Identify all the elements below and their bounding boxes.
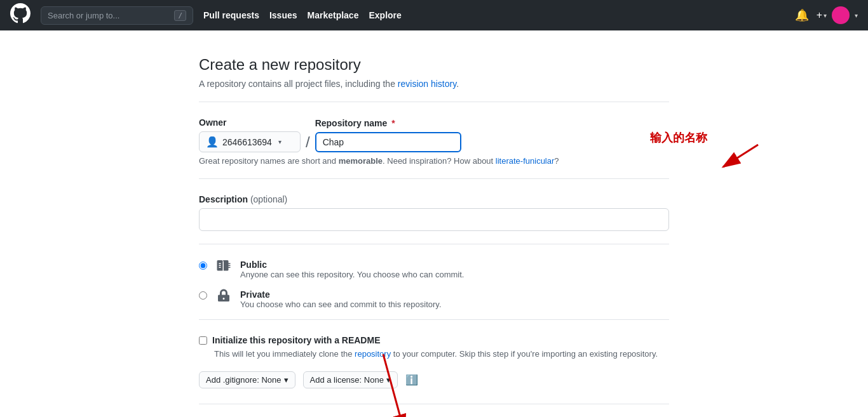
suggestion-link[interactable]: literate-funicular	[496, 156, 555, 166]
public-book-icon	[214, 258, 234, 277]
description-group: Description (optional)	[199, 194, 669, 231]
top-divider	[199, 102, 669, 102]
init-label: Initialize this repository with a README	[212, 335, 380, 345]
description-label: Description (optional)	[199, 194, 669, 204]
new-menu-button[interactable]: + ▾	[817, 10, 827, 21]
mid-divider3	[199, 319, 669, 320]
search-shortcut: /	[174, 10, 186, 21]
public-content: Public Anyone can see this repository. Y…	[240, 260, 669, 279]
dropdowns-row: Add .gitignore: None ▾ Add a license: No…	[199, 371, 669, 388]
suggestion-text: Great repository names are short and mem…	[199, 156, 669, 166]
plus-label: +	[817, 10, 822, 21]
nav-marketplace[interactable]: Marketplace	[308, 10, 359, 20]
subtitle-link[interactable]: revision history	[398, 79, 456, 89]
public-radio[interactable]	[199, 261, 207, 270]
init-section: Initialize this repository with a README…	[199, 335, 669, 359]
required-indicator: *	[389, 118, 395, 128]
visibility-section: Public Anyone can see this repository. Y…	[199, 260, 669, 309]
search-box[interactable]: Search or jump to... /	[41, 6, 193, 25]
owner-group: Owner 👤 2646613694 ▾	[199, 117, 301, 152]
private-lock-icon	[214, 288, 234, 307]
mid-divider2	[199, 244, 669, 244]
search-placeholder: Search or jump to...	[48, 11, 119, 20]
repo-name-label: Repository name *	[315, 118, 461, 128]
private-content: Private You choose who can see and commi…	[240, 289, 669, 309]
owner-repo-row: Owner 👤 2646613694 ▾ / Repository name *	[199, 117, 669, 152]
repo-name-input[interactable]	[315, 132, 461, 152]
page-subtitle: A repository contains all project files,…	[199, 79, 669, 89]
private-radio[interactable]	[199, 291, 207, 300]
form-container: 输入的名称 Create a new repository A reposito…	[199, 56, 669, 417]
private-desc: You choose who can see and commit to thi…	[240, 300, 669, 309]
public-desc: Anyone can see this repository. You choo…	[240, 270, 669, 279]
gitignore-caret-icon: ▾	[284, 375, 288, 385]
license-label: Add a license: None	[310, 375, 384, 385]
owner-value: 2646613694	[222, 137, 272, 147]
owner-avatar-icon: 👤	[206, 136, 219, 148]
public-title: Public	[240, 260, 669, 270]
nav-pull-requests[interactable]: Pull requests	[203, 10, 259, 20]
avatar[interactable]	[832, 6, 850, 24]
nav-issues[interactable]: Issues	[269, 10, 297, 20]
github-logo-icon[interactable]	[10, 3, 31, 27]
navbar-actions: 🔔 + ▾ ▾	[792, 6, 858, 25]
private-option: Private You choose who can see and commi…	[199, 289, 669, 309]
repo-name-group: Repository name *	[315, 118, 461, 152]
license-caret-icon: ▾	[386, 375, 391, 385]
description-input[interactable]	[199, 208, 669, 231]
owner-select-button[interactable]: 👤 2646613694 ▾	[199, 131, 301, 152]
init-readme-checkbox[interactable]	[199, 336, 207, 345]
owner-label: Owner	[199, 117, 301, 128]
public-option: Public Anyone can see this repository. Y…	[199, 260, 669, 279]
page-title: Create a new repository	[199, 56, 669, 74]
bottom-divider	[199, 404, 669, 404]
gitignore-label: Add .gitignore: None	[206, 375, 281, 385]
gitignore-dropdown[interactable]: Add .gitignore: None ▾	[199, 371, 295, 388]
plus-caret-icon: ▾	[824, 12, 827, 19]
navbar: Search or jump to... / Pull requests Iss…	[0, 0, 868, 30]
svg-line-1	[723, 145, 758, 167]
mid-divider1	[199, 178, 669, 179]
owner-caret-icon: ▾	[278, 138, 281, 145]
avatar-caret-icon: ▾	[855, 12, 858, 19]
slash-separator: /	[306, 135, 310, 152]
description-optional: (optional)	[250, 194, 287, 204]
info-icon[interactable]: ℹ️	[405, 374, 418, 386]
notification-bell-icon[interactable]: 🔔	[792, 6, 811, 25]
init-link[interactable]: repository	[355, 349, 391, 359]
main-content: 输入的名称 Create a new repository A reposito…	[186, 56, 682, 417]
private-title: Private	[240, 289, 669, 300]
init-checkbox-row: Initialize this repository with a README	[199, 335, 669, 345]
init-description: This will let you immediately clone the …	[214, 349, 669, 359]
nav-links: Pull requests Issues Marketplace Explore	[203, 10, 782, 20]
nav-explore[interactable]: Explore	[369, 10, 401, 20]
license-dropdown[interactable]: Add a license: None ▾	[303, 371, 398, 388]
subtitle-text: A repository contains all project files,…	[199, 79, 398, 89]
